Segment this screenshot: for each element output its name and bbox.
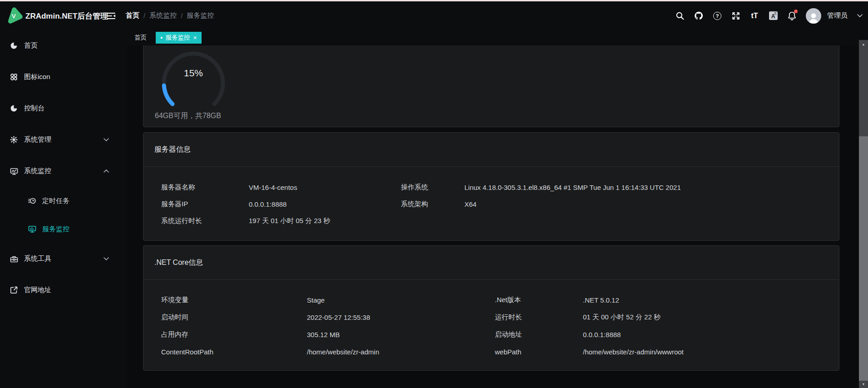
help-icon: ? <box>713 12 721 20</box>
breadcrumb-separator: / <box>181 12 182 20</box>
scroll-down-icon[interactable]: ▼ <box>859 381 868 387</box>
field-value: Stage <box>307 291 495 308</box>
scroll-up-icon[interactable]: ▲ <box>859 41 868 47</box>
close-icon[interactable]: × <box>193 35 197 41</box>
main-area: 首页 ● 服务监控 × 15% 64GB可用，共78GB 服务器信息 服务器名称… <box>127 30 868 388</box>
field-empty <box>464 213 839 229</box>
chevron-up-icon <box>104 169 109 173</box>
sidebar-item-label: 服务监控 <box>42 225 69 234</box>
chevron-down-icon[interactable] <box>857 14 863 18</box>
gauge-caption: 64GB可用，共78GB <box>155 111 221 121</box>
field-value: 197 天 01 小时 05 分 23 秒 <box>249 213 401 229</box>
field-value: 0.0.0.1:8888 <box>249 196 401 213</box>
field-value: 0.0.0.1:8888 <box>583 326 839 343</box>
fold-menu-icon <box>106 11 116 20</box>
sidebar-item-label: 系统工具 <box>24 254 51 263</box>
field-label: 系统运行时长 <box>161 213 249 229</box>
chevron-down-icon <box>104 138 109 141</box>
dashboard-icon <box>10 104 18 113</box>
field-label: 运行时长 <box>495 308 583 326</box>
field-empty <box>401 213 464 229</box>
page-content: 15% 64GB可用，共78GB 服务器信息 服务器名称 VM-16-4-cen… <box>127 45 868 388</box>
field-value: /home/website/zr-admin/wwwroot <box>583 343 839 360</box>
notification-button[interactable] <box>787 11 796 20</box>
sidebar-item-official-site[interactable]: 官网地址 <box>0 274 127 306</box>
timer-icon <box>28 197 36 205</box>
github-button[interactable] <box>694 11 703 20</box>
sidebar-item-label: 控制台 <box>24 104 44 113</box>
external-link-icon <box>10 286 18 294</box>
notification-badge <box>794 10 798 13</box>
field-label: ContentRootPath <box>161 343 307 360</box>
translate-button[interactable]: A 文 <box>769 11 778 20</box>
field-value: Linux 4.18.0-305.3.1.el8.x86_64 #1 SMP T… <box>464 179 839 196</box>
sidebar-item-label: 定时任务 <box>42 197 69 205</box>
field-label: 服务器IP <box>161 196 249 213</box>
active-dot-icon: ● <box>160 36 163 40</box>
server-info-card: 服务器信息 服务器名称 VM-16-4-centos 操作系统 Linux 4.… <box>143 132 839 241</box>
help-glyph: ? <box>716 13 719 19</box>
gauge-percent: 15% <box>171 68 216 79</box>
tab-service-monitor[interactable]: ● 服务监控 × <box>156 32 202 44</box>
user-name[interactable]: 管理员 <box>827 11 848 20</box>
fullscreen-icon <box>731 11 740 20</box>
window-top-strip <box>0 0 868 1</box>
netcore-info-card: .NET Core信息 环境变量 Stage .Net版本 .NET 5.0.1… <box>143 245 839 371</box>
field-value: 01 天 00 小时 52 分 22 秒 <box>583 308 839 326</box>
field-label: 操作系统 <box>401 179 464 196</box>
card-title: .NET Core信息 <box>143 246 839 279</box>
field-label: 占用内存 <box>161 326 307 343</box>
gear-icon <box>10 136 18 144</box>
monitor-chart-icon <box>10 167 18 175</box>
field-label: 启动地址 <box>495 326 583 343</box>
sidebar-item-system-admin[interactable]: 系统管理 <box>0 124 127 155</box>
dashboard-icon <box>10 42 18 50</box>
translate-icon: A 文 <box>769 11 778 20</box>
sidebar-item-label: 首页 <box>24 41 38 50</box>
help-button[interactable]: ? <box>713 11 722 20</box>
vertical-scrollbar[interactable]: ▲ ▼ <box>859 40 868 388</box>
search-button[interactable] <box>676 11 685 20</box>
sidebar-item-home[interactable]: 首页 <box>0 30 127 61</box>
tab-label: 服务监控 <box>165 34 190 42</box>
font-size-icon: tT <box>751 12 758 20</box>
github-icon <box>694 11 703 20</box>
breadcrumb-current-page: 服务监控 <box>187 11 214 20</box>
app-logo[interactable]: V <box>5 6 24 25</box>
sidebar-item-label: 官网地址 <box>24 286 51 294</box>
font-size-button[interactable]: tT <box>750 11 759 20</box>
sidebar-item-system-monitor[interactable]: 系统监控 <box>0 155 127 187</box>
breadcrumb-system-monitor[interactable]: 系统监控 <box>149 11 177 20</box>
breadcrumb-home[interactable]: 首页 <box>126 11 139 20</box>
header-actions: ? tT A 文 <box>676 1 863 30</box>
app-title: ZRAdmin.NET后台管理 <box>25 11 108 21</box>
field-label: 服务器名称 <box>161 179 249 196</box>
breadcrumb-separator: / <box>143 12 145 20</box>
sidebar-item-icons[interactable]: 图标icon <box>0 61 127 93</box>
disk-gauge-card: 15% 64GB可用，共78GB <box>143 45 839 127</box>
sidebar-item-label: 图标icon <box>24 73 50 81</box>
sidebar-item-service-monitor[interactable]: 服务监控 <box>0 215 127 243</box>
field-label: webPath <box>495 343 583 360</box>
translate-sub-glyph: 文 <box>774 11 777 16</box>
chevron-down-icon <box>104 257 109 260</box>
sidebar-item-scheduled-tasks[interactable]: 定时任务 <box>0 187 127 215</box>
user-icon <box>807 12 820 24</box>
scrollbar-thumb[interactable] <box>859 136 868 381</box>
card-title: 服务器信息 <box>143 133 839 166</box>
tags-view-bar: 首页 ● 服务监控 × <box>127 30 868 45</box>
sidebar-fold-button[interactable] <box>106 11 116 20</box>
field-label: 系统架构 <box>401 196 464 213</box>
sidebar-item-label: 系统管理 <box>24 135 51 144</box>
field-label: .Net版本 <box>495 291 583 308</box>
server-info-grid: 服务器名称 VM-16-4-centos 操作系统 Linux 4.18.0-3… <box>143 167 839 229</box>
sidebar-item-console[interactable]: 控制台 <box>0 93 127 124</box>
netcore-info-grid: 环境变量 Stage .Net版本 .NET 5.0.12 启动时间 2022-… <box>143 280 839 360</box>
tab-home[interactable]: 首页 <box>134 34 147 42</box>
field-value: 305.12 MB <box>307 326 495 343</box>
sidebar-item-label: 系统监控 <box>24 167 51 175</box>
sidebar-item-system-tools[interactable]: 系统工具 <box>0 243 127 274</box>
breadcrumb: 首页 / 系统监控 / 服务监控 <box>126 11 214 20</box>
fullscreen-button[interactable] <box>731 11 740 20</box>
avatar[interactable] <box>806 8 821 24</box>
